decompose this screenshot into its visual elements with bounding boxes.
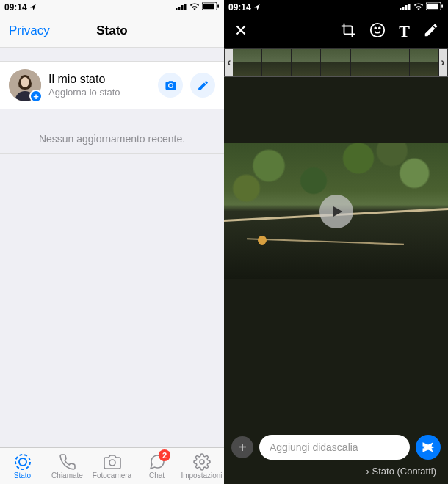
chat-badge: 2: [159, 449, 170, 461]
svg-point-13: [200, 460, 204, 464]
wifi-icon: [189, 2, 200, 12]
svg-rect-14: [400, 8, 402, 10]
ios-status-bar: 09:14: [0, 0, 224, 15]
text-status-button[interactable]: [190, 73, 215, 98]
svg-point-10: [19, 458, 26, 466]
tab-impostazioni[interactable]: Impostazioni: [179, 448, 224, 484]
chevron-right-icon: ›: [366, 466, 369, 477]
pencil-icon: [423, 22, 439, 38]
video-preview[interactable]: [224, 143, 448, 279]
filmstrip-frame: [351, 49, 380, 76]
location-icon: [254, 2, 261, 12]
svg-point-23: [379, 27, 380, 29]
filmstrip-frame: [233, 49, 262, 76]
tab-label: Impostazioni: [181, 472, 222, 480]
nav-header: Privacy Stato: [0, 15, 224, 48]
play-button[interactable]: [319, 195, 353, 228]
plus-icon: +: [238, 439, 247, 456]
send-button[interactable]: [416, 435, 441, 460]
editor-bottom-bar: + › Stato (Contatti): [224, 427, 448, 484]
cellular-icon: [400, 2, 411, 12]
no-updates-message: Nessun aggiornamento recente.: [0, 109, 224, 154]
svg-rect-17: [408, 4, 411, 10]
text-icon: T: [399, 22, 410, 40]
gear-icon: [192, 453, 212, 471]
status-time: 09:14: [228, 2, 251, 12]
tab-label: Chiamate: [51, 472, 83, 480]
avatar[interactable]: +: [9, 69, 41, 101]
tab-stato[interactable]: Stato: [0, 448, 45, 484]
trim-handle-right[interactable]: ›: [439, 49, 447, 76]
tab-bar: Stato Chiamate Fotocamera 2 Chat Imposta…: [0, 447, 224, 484]
camera-icon: [165, 79, 177, 92]
svg-rect-1: [178, 7, 181, 10]
add-status-badge: +: [29, 90, 43, 103]
draw-button[interactable]: [423, 22, 439, 41]
svg-rect-0: [176, 8, 178, 10]
svg-point-21: [371, 23, 384, 36]
pencil-icon: [197, 79, 209, 92]
privacy-link[interactable]: Privacy: [9, 24, 50, 38]
tab-chiamate[interactable]: Chiamate: [45, 448, 90, 484]
svg-rect-2: [181, 5, 184, 10]
plus-icon: +: [33, 92, 39, 101]
play-icon: [329, 203, 345, 220]
close-icon: [233, 22, 249, 38]
filmstrip-frame: [292, 49, 321, 76]
video-content: [258, 236, 267, 245]
page-title: Stato: [96, 24, 128, 38]
video-trim-filmstrip[interactable]: ‹ ›: [224, 48, 448, 77]
editor-toolbar: T: [224, 15, 448, 48]
ios-status-bar: 09:14: [224, 0, 448, 15]
filmstrip-frame: [262, 49, 292, 76]
cellular-icon: [176, 2, 187, 12]
filmstrip-frame: [380, 49, 410, 76]
send-icon: [422, 441, 435, 454]
crop-button[interactable]: [340, 22, 356, 41]
wifi-icon: [413, 2, 424, 12]
svg-point-22: [375, 27, 377, 29]
location-icon: [30, 2, 37, 12]
caption-input[interactable]: [259, 435, 410, 460]
crop-icon: [340, 22, 356, 38]
my-status-row[interactable]: + Il mio stato Aggiorna lo stato: [0, 61, 224, 109]
audience-label: Stato (Contatti): [372, 466, 436, 477]
svg-rect-19: [427, 4, 438, 9]
text-tool-button[interactable]: T: [399, 22, 410, 41]
svg-point-9: [21, 77, 29, 87]
svg-rect-20: [441, 4, 443, 8]
svg-rect-15: [402, 7, 405, 10]
svg-rect-3: [184, 4, 187, 10]
battery-icon: [426, 2, 444, 12]
status-editor-screen: 09:14: [224, 0, 448, 484]
filmstrip-frame: [321, 49, 350, 76]
emoji-icon: [369, 22, 386, 38]
emoji-button[interactable]: [369, 22, 386, 41]
tab-label: Stato: [14, 472, 31, 480]
status-icon: [13, 453, 32, 471]
close-button[interactable]: [233, 22, 249, 41]
my-status-text: Il mio stato Aggiorna lo stato: [48, 73, 151, 98]
phone-icon: [58, 453, 77, 471]
my-status-subtitle: Aggiorna lo stato: [48, 87, 151, 98]
status-screen: 09:14 Privacy Stato +: [0, 0, 224, 484]
filmstrip-frame: [410, 49, 439, 76]
svg-rect-16: [405, 5, 408, 10]
battery-icon: [202, 2, 220, 12]
add-media-button[interactable]: +: [231, 436, 253, 458]
status-time: 09:14: [4, 2, 27, 12]
my-status-title: Il mio stato: [48, 73, 151, 86]
svg-rect-5: [203, 4, 214, 9]
tab-label: Fotocamera: [93, 472, 131, 480]
svg-point-11: [15, 455, 30, 469]
tab-fotocamera[interactable]: Fotocamera: [90, 448, 134, 484]
camera-icon: [103, 453, 122, 471]
trim-handle-left[interactable]: ‹: [225, 49, 233, 76]
camera-status-button[interactable]: [158, 73, 183, 98]
svg-point-12: [109, 460, 115, 466]
tab-label: Chat: [149, 472, 165, 480]
svg-rect-6: [217, 4, 219, 8]
tab-chat[interactable]: 2 Chat: [134, 448, 179, 484]
audience-selector[interactable]: › Stato (Contatti): [231, 466, 441, 477]
